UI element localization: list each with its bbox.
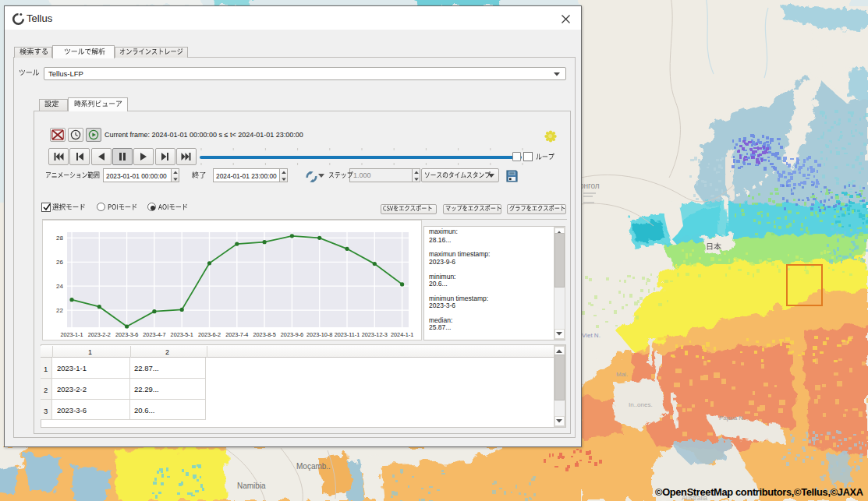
- svg-text:онгол: онгол: [579, 182, 600, 190]
- svg-text:2023-4-7: 2023-4-7: [143, 331, 165, 338]
- svg-text:2024-1-1: 2024-1-1: [391, 331, 413, 338]
- svg-text:26: 26: [56, 259, 63, 266]
- svg-text:22: 22: [56, 307, 63, 314]
- svg-text:2023-5-1: 2023-5-1: [171, 331, 193, 338]
- svg-text:2023-9-6: 2023-9-6: [281, 331, 303, 338]
- svg-text:2023-11-1: 2023-11-1: [335, 331, 360, 338]
- svg-text:Mal.: Mal.: [616, 371, 628, 378]
- svg-text:Viet N.: Viet N.: [582, 332, 601, 339]
- svg-text:2023-7-4: 2023-7-4: [225, 331, 248, 338]
- svg-text:©OpenStreetMap contributors,©T: ©OpenStreetMap contributors,©Tellus,©JAX…: [655, 486, 863, 498]
- svg-text:In..ones.: In..ones.: [629, 401, 653, 408]
- svg-text:2023-12-3: 2023-12-3: [362, 331, 388, 338]
- svg-text:2023-10-8: 2023-10-8: [306, 331, 332, 338]
- svg-text:Moçamb..: Moçamb..: [296, 462, 331, 471]
- svg-text:2023-6-2: 2023-6-2: [198, 331, 221, 338]
- svg-text:2023-1-1: 2023-1-1: [60, 331, 83, 338]
- svg-text:2023-8-5: 2023-8-5: [253, 331, 275, 338]
- svg-text:24: 24: [56, 283, 63, 290]
- svg-text:Namibia: Namibia: [237, 482, 266, 490]
- svg-text:28: 28: [56, 235, 63, 242]
- svg-text:Papua N.: Papua N.: [719, 415, 745, 422]
- svg-text:2023-2-2: 2023-2-2: [88, 331, 111, 338]
- svg-text:2023-3-6: 2023-3-6: [115, 331, 138, 338]
